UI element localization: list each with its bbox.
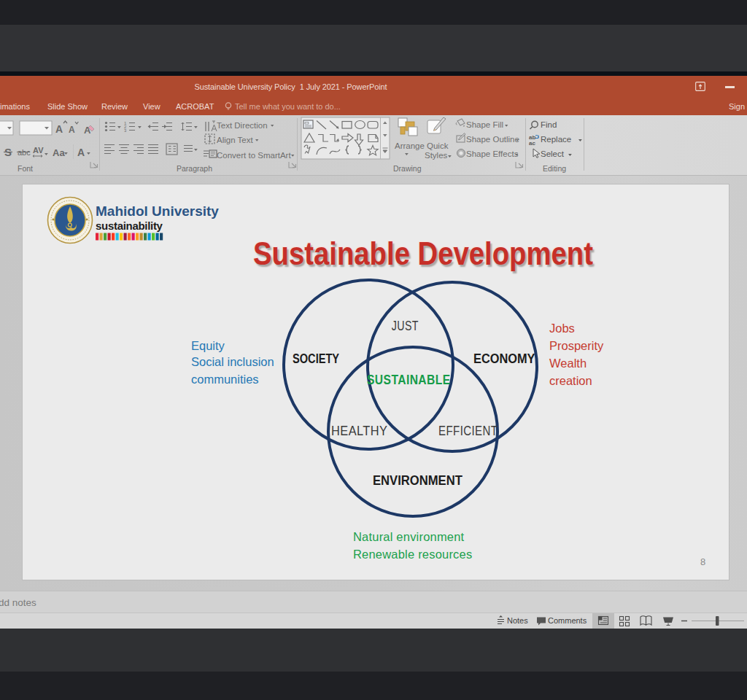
svg-text:Select: Select — [541, 149, 565, 158]
svg-text:Quick: Quick — [427, 141, 449, 150]
svg-text:ENVIRONMENT: ENVIRONMENT — [373, 472, 462, 488]
svg-text:Align Text: Align Text — [217, 136, 253, 144]
svg-text:Replace: Replace — [541, 135, 571, 144]
svg-text:A: A — [69, 125, 75, 135]
svg-text:HEALTHY: HEALTHY — [331, 423, 387, 438]
svg-text:EFFICIENT: EFFICIENT — [438, 423, 498, 438]
svg-text:Find: Find — [541, 120, 557, 129]
svg-text:AV: AV — [33, 146, 44, 155]
svg-text:Shape Effects: Shape Effects — [466, 149, 519, 158]
svg-text:ac: ac — [529, 140, 535, 147]
svg-text:SOCIETY: SOCIETY — [293, 351, 339, 367]
svg-text:A: A — [77, 147, 85, 158]
svg-text:SUSTAINABLE: SUSTAINABLE — [367, 373, 451, 388]
svg-text:Styles: Styles — [425, 151, 448, 160]
svg-text:Aa: Aa — [53, 147, 65, 158]
svg-text:Text Direction: Text Direction — [217, 121, 268, 130]
svg-text:Shape Fill: Shape Fill — [466, 120, 503, 129]
svg-text:A: A — [55, 123, 63, 135]
svg-text:Arrange: Arrange — [395, 141, 425, 150]
svg-text:ECONOMY: ECONOMY — [473, 351, 535, 366]
svg-text:3: 3 — [124, 128, 127, 133]
svg-text:JUST: JUST — [392, 318, 419, 332]
svg-text:Shape Outline: Shape Outline — [466, 135, 519, 144]
svg-text:Convert to SmartArt: Convert to SmartArt — [217, 151, 291, 160]
